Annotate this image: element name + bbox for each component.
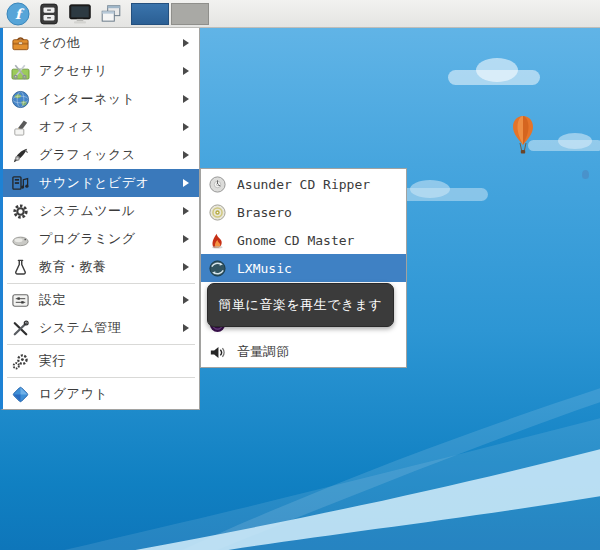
workspace-1[interactable] <box>131 3 169 25</box>
cloud <box>528 140 600 151</box>
run-gears-icon <box>10 351 30 371</box>
menu-item-label: 設定 <box>39 291 183 309</box>
taskbar: f <box>0 0 600 28</box>
office-pen-cup-icon <box>10 117 30 137</box>
menu-item-preferences[interactable]: 設定 <box>3 286 199 314</box>
menu-item-label: 教育・教養 <box>39 258 183 276</box>
submenu-arrow-icon <box>183 95 189 103</box>
submenu-item-label: LXMusic <box>237 261 398 276</box>
lxmusic-tooltip: 簡単に音楽を再生できます <box>207 283 394 327</box>
menu-item-label: システム管理 <box>39 319 183 337</box>
preferences-sliders-icon <box>10 290 30 310</box>
menu-item-label: ログアウト <box>39 385 192 403</box>
cloud <box>396 188 488 201</box>
submenu-arrow-icon <box>183 179 189 187</box>
brasero-disc-icon <box>207 202 227 222</box>
submenu-arrow-icon <box>183 67 189 75</box>
sound-video-icon <box>10 173 30 193</box>
submenu-arrow-icon <box>183 123 189 131</box>
small-balloon <box>582 170 589 179</box>
screen: f <box>0 0 600 550</box>
menu-item-other[interactable]: その他 <box>3 29 199 57</box>
submenu-arrow-icon <box>183 296 189 304</box>
menu-item-logout[interactable]: ログアウト <box>3 380 199 408</box>
submenu-item-lxmusic[interactable]: LXMusic <box>201 254 406 282</box>
menu-item-label: 実行 <box>39 352 192 370</box>
submenu-arrow-icon <box>183 235 189 243</box>
submenu-arrow-icon <box>183 324 189 332</box>
monitor-icon <box>68 3 92 25</box>
menu-item-label: プログラミング <box>39 230 183 248</box>
globe-icon <box>10 89 30 109</box>
fedora-logo-icon: f <box>6 2 30 26</box>
submenu-item-label: Asunder CD Ripper <box>237 177 398 192</box>
accessories-scissors-icon <box>10 61 30 81</box>
menu-item-label: インターネット <box>39 90 183 108</box>
submenu-item-gnome-cd-master[interactable]: Gnome CD Master <box>201 226 406 254</box>
menu-item-system-admin[interactable]: システム管理 <box>3 314 199 342</box>
overlapping-windows-icon <box>100 3 122 25</box>
menu-button[interactable]: f <box>5 1 31 27</box>
menu-separator <box>7 344 195 345</box>
file-manager-button[interactable] <box>36 1 62 27</box>
flask-icon <box>10 257 30 277</box>
cd-ripper-disc-icon <box>207 174 227 194</box>
gear-icon <box>10 201 30 221</box>
flame-disc-icon <box>207 230 227 250</box>
menu-item-run[interactable]: 実行 <box>3 347 199 375</box>
submenu-arrow-icon <box>183 39 189 47</box>
menu-item-sound-video[interactable]: サウンドとビデオ <box>3 169 199 197</box>
menu-item-label: その他 <box>39 34 183 52</box>
menu-item-office[interactable]: オフィス <box>3 113 199 141</box>
submenu-item-volume-control[interactable]: 音量調節 <box>201 338 406 366</box>
windows-button[interactable] <box>98 1 124 27</box>
menu-item-programming[interactable]: プログラミング <box>3 225 199 253</box>
desktop-button[interactable] <box>67 1 93 27</box>
menu-item-label: オフィス <box>39 118 183 136</box>
workspace-2[interactable] <box>171 3 209 25</box>
menu-item-accessories[interactable]: アクセサリ <box>3 57 199 85</box>
menu-item-graphics[interactable]: グラフィックス <box>3 141 199 169</box>
submenu-arrow-icon <box>183 263 189 271</box>
sound-video-submenu: Asunder CD Ripper Brasero Gnome CD Maste… <box>200 168 407 368</box>
submenu-item-brasero[interactable]: Brasero <box>201 198 406 226</box>
cloud <box>448 70 540 85</box>
tooltip-text: 簡単に音楽を再生できます <box>219 296 383 314</box>
submenu-arrow-icon <box>183 151 189 159</box>
speaker-icon <box>207 342 227 362</box>
file-cabinet-icon <box>38 3 60 25</box>
logout-diamond-icon <box>10 384 30 404</box>
workspace-pager <box>131 3 209 25</box>
menu-item-label: システムツール <box>39 202 183 220</box>
toolbox-icon <box>10 33 30 53</box>
menu-separator <box>7 377 195 378</box>
menu-item-label: サウンドとビデオ <box>39 174 183 192</box>
menu-item-label: グラフィックス <box>39 146 183 164</box>
menu-item-label: アクセサリ <box>39 62 183 80</box>
application-menu: その他 アクセサリ インターネット オフィス <box>0 28 200 410</box>
submenu-item-label: 音量調節 <box>237 343 398 361</box>
submenu-item-label: Brasero <box>237 205 398 220</box>
menu-separator <box>7 283 195 284</box>
submenu-item-asunder[interactable]: Asunder CD Ripper <box>201 170 406 198</box>
menu-item-internet[interactable]: インターネット <box>3 85 199 113</box>
hot-air-balloon <box>512 115 534 163</box>
programming-icon <box>10 229 30 249</box>
lxmusic-sphere-icon <box>207 258 227 278</box>
menu-item-system-tools[interactable]: システムツール <box>3 197 199 225</box>
submenu-item-label: Gnome CD Master <box>237 233 398 248</box>
admin-tools-icon <box>10 318 30 338</box>
graphics-pen-icon <box>10 145 30 165</box>
submenu-arrow-icon <box>183 207 189 215</box>
menu-item-education[interactable]: 教育・教養 <box>3 253 199 281</box>
